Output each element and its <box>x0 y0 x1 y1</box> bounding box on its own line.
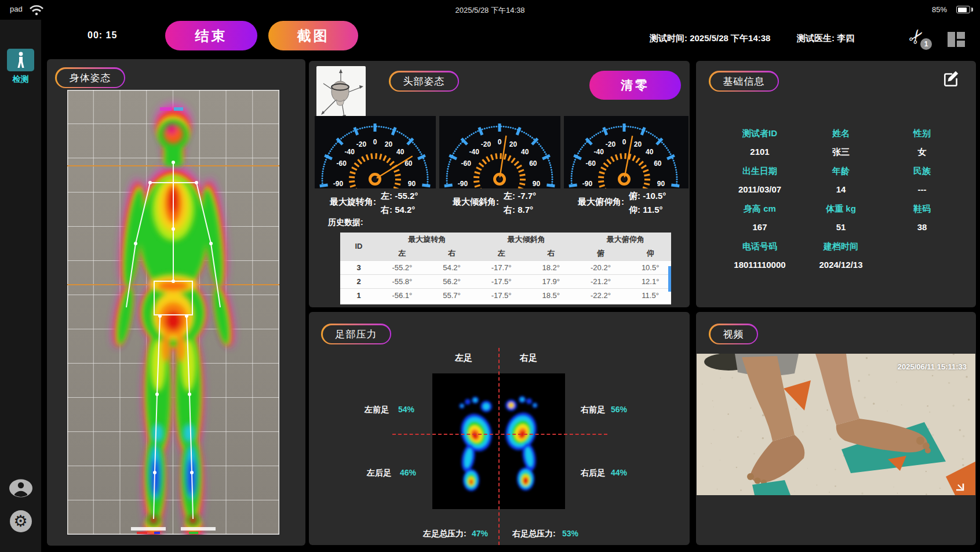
col-header-id: ID <box>340 233 377 260</box>
end-button[interactable]: 结束 <box>165 21 257 50</box>
video-frame[interactable]: 2025/06/11 15:11:33 <box>697 354 975 495</box>
info-field-label: 年龄 <box>800 161 881 177</box>
info-field: 建档时间2024/12/13 <box>800 237 881 274</box>
left-total-label: 左足总压力: <box>423 529 467 539</box>
row-value: -17.5° <box>476 274 526 288</box>
head-posture-title-pill: 头部姿态 <box>389 71 459 92</box>
history-data-label: 历史数据: <box>328 217 363 228</box>
video-title: 视频 <box>711 325 757 343</box>
capture-tool-button[interactable]: ✂ 1 <box>908 26 932 50</box>
table-scrollbar[interactable] <box>668 266 671 292</box>
head-posture-title: 头部姿态 <box>391 72 458 90</box>
right-forefoot-value: 56% <box>611 405 627 414</box>
info-field-value: 167 <box>719 222 800 232</box>
table-row[interactable]: 3-55.2°54.2°-17.7°18.2°-20.2°10.5° <box>340 260 671 274</box>
svg-text:40: 40 <box>396 148 405 156</box>
right-total-label: 右足总压力: <box>512 529 556 539</box>
head-posture-panel: 头部姿态 清零 -90-60-40-20020406090 -90-60-40-… <box>309 61 690 307</box>
battery-nub <box>971 8 973 12</box>
info-field: 测试者ID2101 <box>719 124 800 161</box>
rotation-reading: 最大旋转角: 左: -55.2° 右: 54.2° <box>330 191 418 216</box>
right-rearfoot-label: 右后足 <box>581 468 605 478</box>
svg-text:90: 90 <box>408 180 416 188</box>
row-id: 2 <box>340 274 377 288</box>
info-field-value: 2024/12/13 <box>800 260 881 270</box>
svg-text:-20: -20 <box>481 140 491 148</box>
info-field-value: 51 <box>800 222 881 232</box>
info-field-label: 建档时间 <box>800 237 881 252</box>
svg-text:20: 20 <box>509 140 518 148</box>
row-value: 54.2° <box>427 260 477 274</box>
tilt-left-value: 左: -7.7° <box>504 191 536 202</box>
col-sub-header: 俯 <box>576 246 626 260</box>
video-timestamp: 2025/06/11 15:11:33 <box>898 362 967 371</box>
info-field: 电话号码18011110000 <box>719 237 800 274</box>
right-forefoot-label: 右前足 <box>581 405 605 415</box>
left-foot-label: 左足 <box>455 353 472 364</box>
left-rearfoot-value: 46% <box>400 468 416 477</box>
info-field: 体重 kg51 <box>800 199 881 236</box>
svg-text:-60: -60 <box>336 159 347 168</box>
info-field: 身高 cm167 <box>719 199 800 236</box>
wifi-icon <box>29 4 44 16</box>
row-id: 1 <box>340 288 377 302</box>
tilt-reading-label: 最大倾斜角: <box>453 191 499 216</box>
svg-text:-90: -90 <box>458 180 468 188</box>
body-posture-panel: 身体姿态 <box>47 59 305 546</box>
layout-grid-icon[interactable] <box>947 30 966 49</box>
table-row[interactable]: 1-56.1°55.7°-17.5°18.5°-22.2°11.5° <box>340 288 671 302</box>
svg-text:-40: -40 <box>469 148 480 156</box>
info-field-value: --- <box>881 184 963 194</box>
row-value: -17.7° <box>476 260 526 274</box>
info-field-label: 姓名 <box>800 124 881 139</box>
svg-text:-40: -40 <box>594 148 604 156</box>
row-value: -20.2° <box>576 260 626 274</box>
reset-button[interactable]: 清零 <box>589 71 681 100</box>
svg-text:-20: -20 <box>356 140 367 148</box>
screenshot-button[interactable]: 截图 <box>268 21 358 50</box>
info-field: 年龄14 <box>800 161 881 198</box>
col-sub-header: 左 <box>377 246 427 260</box>
svg-text:-40: -40 <box>345 148 355 156</box>
edit-icon[interactable] <box>942 69 960 88</box>
history-table[interactable]: ID最大旋转角最大倾斜角最大俯仰角左右左右俯仰3-55.2°54.2°-17.7… <box>340 233 671 304</box>
user-avatar-icon[interactable] <box>9 478 33 498</box>
svg-text:0: 0 <box>498 138 502 146</box>
info-field: 民族--- <box>881 161 963 198</box>
svg-text:-90: -90 <box>582 180 593 188</box>
sidebar-item-detect[interactable] <box>7 49 34 71</box>
row-value: 56.2° <box>427 274 477 288</box>
svg-text:0: 0 <box>373 138 377 146</box>
info-field-label: 测试者ID <box>719 124 800 139</box>
table-row[interactable]: 2-55.8°56.2°-17.5°17.9°-21.2°12.1° <box>340 274 671 288</box>
svg-text:90: 90 <box>533 180 541 188</box>
svg-text:60: 60 <box>529 159 537 168</box>
pitch-gauge: -90-60-40-20020406090 <box>564 116 688 188</box>
info-field-value: 14 <box>800 184 881 194</box>
info-field-label: 鞋码 <box>881 199 963 215</box>
capture-count-badge: 1 <box>920 38 932 50</box>
pitch-reading: 最大俯仰角: 俯: -10.5° 仰: 11.5° <box>578 191 666 216</box>
info-field: 姓名张三 <box>800 124 881 161</box>
settings-gear-icon[interactable]: ⚙ <box>10 510 32 532</box>
col-sub-header: 仰 <box>625 246 671 260</box>
body-posture-title: 身体姿态 <box>57 69 124 87</box>
info-field-value: 女 <box>881 147 963 158</box>
sidebar: 检测 ⚙ <box>0 20 41 552</box>
basic-info-title: 基础信息 <box>711 72 778 90</box>
info-field-label: 性别 <box>881 124 963 139</box>
info-field-label: 身高 cm <box>719 199 800 215</box>
row-value: 18.2° <box>526 260 576 274</box>
tilt-right-value: 右: 8.7° <box>504 205 536 216</box>
info-field-value: 38 <box>881 222 963 232</box>
fullscreen-corner-icon[interactable] <box>951 479 965 492</box>
pitch-reading-label: 最大俯仰角: <box>578 191 624 216</box>
svg-text:60: 60 <box>654 159 662 168</box>
rotation-reading-label: 最大旋转角: <box>330 191 376 216</box>
svg-text:40: 40 <box>646 148 654 156</box>
foot-pressure-title: 足部压力 <box>323 325 390 343</box>
col-sub-header: 右 <box>526 246 576 260</box>
rotation-left-value: 左: -55.2° <box>381 191 418 202</box>
rotation-gauge: -90-60-40-20020406090 <box>315 116 436 188</box>
doctor: 测试医生: 李四 <box>797 33 854 44</box>
